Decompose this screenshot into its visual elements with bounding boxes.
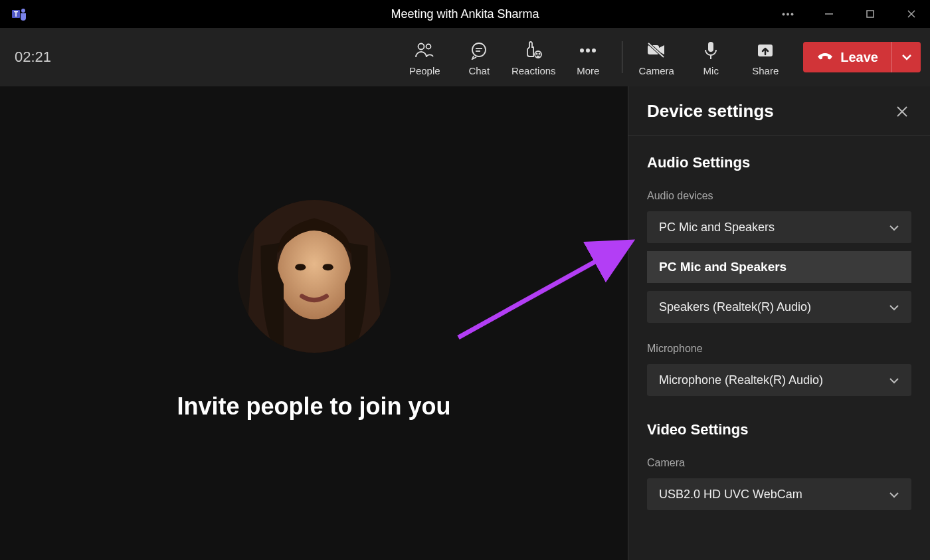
audio-devices-label: Audio devices [647,190,911,202]
reactions-label: Reactions [512,65,556,76]
audio-device-select[interactable]: PC Mic and Speakers [647,211,911,243]
titlebar: T Meeting with Ankita Sharma [0,0,930,28]
meeting-timer: 02:21 [15,48,51,66]
microphone-label: Microphone [647,343,911,355]
chevron-down-icon [901,54,912,60]
camera-label: Camera [639,65,674,76]
svg-point-12 [472,43,486,56]
chat-button[interactable]: Chat [452,31,506,84]
chevron-down-icon [889,221,899,234]
leave-label: Leave [840,50,878,65]
microphone-value: Microphone (Realtek(R) Audio) [659,373,823,387]
panel-title: Device settings [647,101,774,122]
titlebar-more-button[interactable] [775,3,801,25]
speaker-select[interactable]: Speakers (Realtek(R) Audio) [647,291,911,323]
people-label: People [409,65,440,76]
invite-heading: Invite people to join you [177,393,450,420]
svg-rect-7 [867,11,874,17]
svg-line-31 [458,242,631,337]
svg-point-20 [592,48,596,52]
people-icon [415,39,434,62]
more-button[interactable]: More [561,31,615,84]
main-area: Invite people to join you Device setting… [0,86,930,560]
audio-settings-heading: Audio Settings [647,154,911,171]
reactions-icon [523,39,543,62]
chat-icon [470,39,488,62]
video-stage: Invite people to join you [0,86,628,560]
window-title: Meeting with Ankita Sharma [391,7,539,21]
svg-point-2 [21,9,25,13]
device-settings-panel: Device settings Audio Settings Audio dev… [628,86,930,560]
mic-icon [703,39,718,62]
speaker-value: Speakers (Realtek(R) Audio) [659,300,811,314]
svg-point-11 [426,44,431,48]
more-label: More [577,65,599,76]
window-minimize-button[interactable] [816,3,842,25]
people-button[interactable]: People [397,31,452,84]
video-settings-heading: Video Settings [647,421,911,438]
hangup-icon [816,50,834,65]
svg-point-29 [295,264,306,270]
camera-select[interactable]: USB2.0 HD UVC WebCam [647,478,911,510]
mic-label: Mic [703,65,719,76]
panel-close-button[interactable] [893,102,911,121]
mic-button[interactable]: Mic [684,31,738,84]
svg-point-17 [539,53,540,54]
audio-device-value: PC Mic and Speakers [659,221,775,234]
camera-value: USB2.0 HD UVC WebCam [659,488,802,502]
chevron-down-icon [889,300,899,314]
camera-field-label: Camera [647,457,911,469]
toolbar-divider [622,41,622,73]
chevron-down-icon [889,488,899,502]
teams-app-icon: T [11,5,28,23]
leave-button[interactable]: Leave [803,42,891,72]
svg-point-18 [580,48,584,52]
svg-point-10 [418,43,424,49]
participant-avatar [238,200,391,353]
chat-label: Chat [468,65,490,76]
svg-rect-24 [708,42,713,52]
reactions-button[interactable]: Reactions [506,31,561,84]
svg-point-30 [322,264,333,270]
leave-menu-button[interactable] [891,42,921,72]
share-button[interactable]: Share [738,31,792,84]
meeting-toolbar: 02:21 People Chat [0,28,930,86]
camera-off-icon [646,39,666,62]
share-icon [757,39,774,62]
chevron-down-icon [889,373,899,387]
share-label: Share [752,65,779,76]
audio-device-option[interactable]: PC Mic and Speakers [647,251,911,283]
annotation-arrow [452,231,644,344]
audio-device-option-label: PC Mic and Speakers [659,260,787,274]
camera-button[interactable]: Camera [629,31,684,84]
svg-point-16 [537,53,537,54]
svg-point-19 [586,48,590,52]
svg-point-3 [783,13,785,15]
window-maximize-button[interactable] [857,3,884,25]
svg-point-5 [791,13,794,15]
window-close-button[interactable] [898,3,925,25]
svg-point-4 [787,13,789,15]
svg-text:T: T [14,11,18,18]
microphone-select[interactable]: Microphone (Realtek(R) Audio) [647,364,911,396]
more-icon [579,39,597,62]
